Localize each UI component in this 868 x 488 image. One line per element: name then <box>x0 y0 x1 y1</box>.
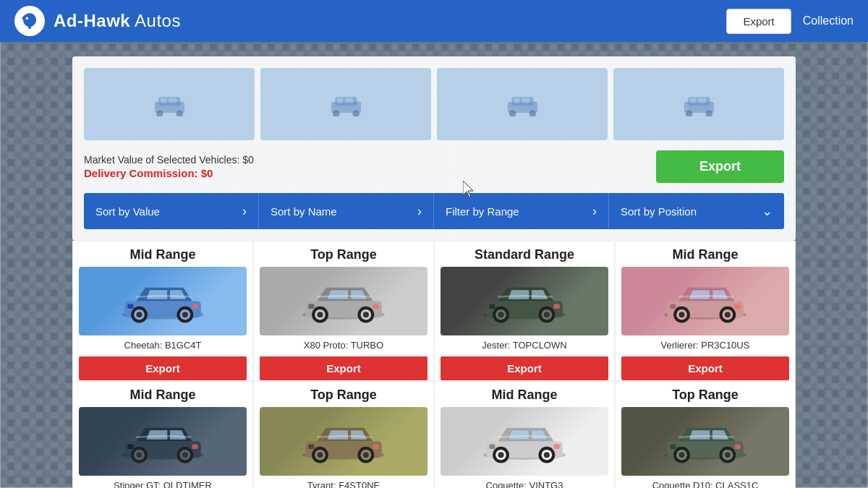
svg-rect-95 <box>554 445 560 450</box>
vehicle-range-5: Top Range <box>310 388 377 403</box>
svg-point-43 <box>363 312 369 317</box>
svg-rect-25 <box>698 98 706 103</box>
vehicle-card-5: Top Range <box>253 381 434 488</box>
vehicle-card-3: Mid Range <box>615 241 796 381</box>
svg-rect-75 <box>192 445 198 450</box>
vehicle-image-1[interactable] <box>260 267 427 335</box>
vehicle-name-7: Coquette D10: CLASS1C <box>652 480 759 488</box>
svg-point-33 <box>182 312 188 317</box>
svg-point-53 <box>544 312 550 317</box>
vehicle-image-5[interactable] <box>260 407 427 476</box>
svg-point-103 <box>725 452 731 458</box>
car-drawing-7 <box>658 414 752 468</box>
vehicle-range-4: Mid Range <box>129 388 195 403</box>
svg-point-100 <box>678 452 684 458</box>
svg-point-93 <box>544 452 550 458</box>
vehicle-card-4: Mid Range <box>72 381 253 488</box>
car-silhouette-4 <box>679 92 719 116</box>
car-drawing-5 <box>297 414 391 468</box>
svg-point-60 <box>678 312 684 317</box>
vehicle-image-0[interactable] <box>79 267 247 335</box>
svg-point-90 <box>498 452 503 458</box>
car-silhouette-3 <box>503 92 542 116</box>
selected-info: Market Value of Selected Vehicles: $0 De… <box>84 150 784 183</box>
vehicle-image-3[interactable] <box>621 267 789 335</box>
vehicle-name-3: Verlierer: PR3C10US <box>661 340 750 351</box>
car-silhouette-1 <box>150 92 190 116</box>
vehicle-range-6: Mid Range <box>491 388 557 403</box>
vehicle-name-6: Coquette: VINTG3 <box>486 480 563 488</box>
vehicle-export-button-1[interactable]: Export <box>260 356 427 380</box>
svg-rect-94 <box>489 445 495 450</box>
filter-range-label: Filter by Range <box>446 205 519 218</box>
car-drawing-1 <box>297 274 391 328</box>
svg-rect-84 <box>308 445 314 450</box>
svg-point-30 <box>136 312 142 317</box>
delivery-commission: Delivery Commission: $0 <box>84 167 254 179</box>
vehicle-slots <box>84 68 784 140</box>
export-selected-button[interactable]: Export <box>656 150 784 183</box>
sort-by-name-button[interactable]: Sort by Name › <box>259 193 434 229</box>
sort-name-arrow: › <box>417 204 422 219</box>
svg-rect-13 <box>345 98 353 103</box>
vehicle-slot-4[interactable] <box>613 68 784 140</box>
svg-rect-12 <box>337 98 343 103</box>
vehicle-slot-2[interactable] <box>260 68 431 140</box>
header: Ad-Hawk Autos Export Collection <box>0 0 868 42</box>
vehicle-image-7[interactable] <box>621 407 789 476</box>
svg-rect-55 <box>554 304 560 309</box>
svg-rect-19 <box>522 98 529 103</box>
vehicle-card-0: Mid Range <box>72 241 253 381</box>
vehicle-export-button-0[interactable]: Export <box>79 356 247 380</box>
vehicle-export-button-2[interactable]: Export <box>441 356 608 380</box>
sort-position-label: Sort by Position <box>621 205 697 218</box>
vehicle-card-2: Standard Range <box>434 241 615 381</box>
vehicle-slot-3[interactable] <box>437 68 608 140</box>
svg-rect-54 <box>489 304 495 309</box>
svg-rect-24 <box>690 98 696 103</box>
svg-point-40 <box>317 312 323 317</box>
vehicle-range-7: Top Range <box>672 388 739 403</box>
header-left: Ad-Hawk Autos <box>14 6 181 36</box>
vehicle-name-1: X80 Proto: TURBO <box>304 340 383 351</box>
selected-vehicles-area: Market Value of Selected Vehicles: $0 De… <box>72 56 796 241</box>
svg-point-1 <box>26 17 29 20</box>
car-drawing-3 <box>658 274 752 328</box>
vehicle-card-1: Top Range <box>253 241 434 381</box>
sort-name-label: Sort by Name <box>271 205 337 218</box>
svg-point-63 <box>725 312 731 317</box>
vehicle-image-4[interactable] <box>79 407 247 476</box>
vehicle-name-4: Stinger GT: OLDTIMER <box>114 480 212 488</box>
filter-range-arrow: › <box>592 204 597 219</box>
vehicle-card-6: Mid Range <box>434 381 615 488</box>
vehicle-image-6[interactable] <box>441 407 608 476</box>
vehicle-range-1: Top Range <box>310 247 377 262</box>
vehicle-name-0: Cheetah: B1GC4T <box>124 340 202 351</box>
header-right: Export Collection <box>726 9 854 34</box>
sort-by-position-button[interactable]: Sort by Position ⌄ <box>609 193 784 229</box>
car-drawing-2 <box>477 274 571 328</box>
svg-rect-65 <box>735 304 741 309</box>
svg-point-73 <box>182 452 188 458</box>
vehicle-range-2: Standard Range <box>475 247 574 262</box>
sort-by-value-button[interactable]: Sort by Value › <box>84 193 259 229</box>
logo <box>14 6 45 36</box>
filter-by-range-button[interactable]: Filter by Range › <box>434 193 609 229</box>
vehicle-name-5: Tyrant: F4ST0NE <box>307 480 380 488</box>
vehicles-grid: Mid Range <box>72 241 796 488</box>
svg-rect-45 <box>373 304 379 309</box>
vehicle-slot-1[interactable] <box>84 68 255 140</box>
main-content: Market Value of Selected Vehicles: $0 De… <box>0 42 868 488</box>
sort-value-arrow: › <box>242 204 247 219</box>
car-drawing-4 <box>116 414 210 468</box>
svg-rect-18 <box>514 98 519 103</box>
svg-point-80 <box>317 452 323 458</box>
vehicle-export-button-3[interactable]: Export <box>621 356 789 380</box>
header-export-button[interactable]: Export <box>726 9 791 34</box>
collection-button[interactable]: Collection <box>803 14 854 27</box>
svg-rect-7 <box>169 98 176 103</box>
vehicle-image-2[interactable] <box>441 267 608 335</box>
svg-rect-35 <box>192 304 198 309</box>
svg-rect-44 <box>308 304 314 309</box>
svg-rect-105 <box>735 445 741 450</box>
